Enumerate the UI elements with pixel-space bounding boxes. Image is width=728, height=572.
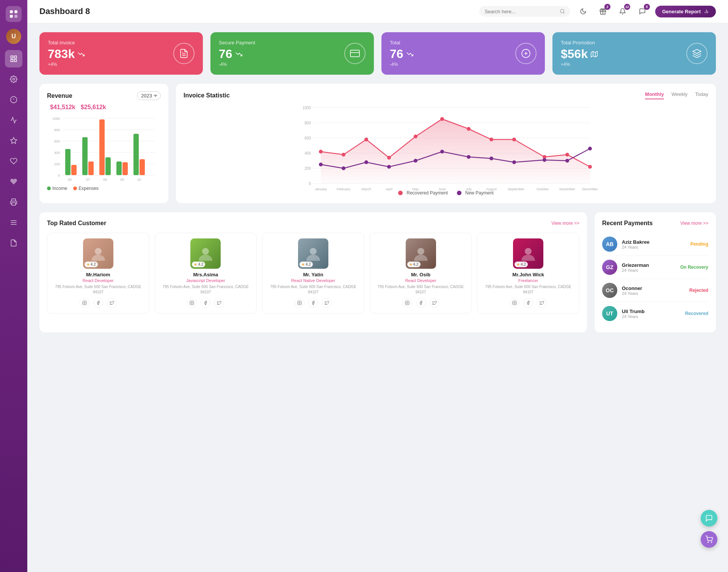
- instagram-icon-0[interactable]: [80, 298, 89, 308]
- sidebar-item-liked2[interactable]: [5, 173, 22, 190]
- payment-age-3: 24 Years: [622, 314, 681, 319]
- top-customers-card: Top Rated Customer View more >> ★ 4.2: [39, 212, 587, 332]
- search-container[interactable]: [479, 6, 570, 17]
- instagram-icon-3[interactable]: [402, 298, 412, 308]
- payment-status-1: On Recovery: [680, 265, 708, 270]
- facebook-icon-1[interactable]: [201, 298, 210, 308]
- stat-icon-payment: [344, 43, 366, 64]
- bell-icon-btn[interactable]: 12: [616, 5, 629, 18]
- svg-marker-12: [11, 138, 17, 144]
- facebook-icon-4[interactable]: [523, 298, 533, 308]
- customer-name-3: Mr. Osib: [374, 272, 468, 277]
- svg-point-96: [588, 147, 592, 150]
- gift-badge: 2: [604, 4, 610, 10]
- avatar[interactable]: U: [6, 29, 21, 44]
- page-title: Dashboard 8: [39, 6, 473, 16]
- customer-card-0: ★ 4.2 Mr.Hariom React Developer 795 Fols…: [47, 233, 149, 313]
- svg-point-95: [565, 159, 569, 163]
- sidebar-item-reports[interactable]: [5, 234, 22, 252]
- sidebar-item-menu[interactable]: [5, 214, 22, 231]
- generate-report-button[interactable]: Generate Report: [655, 6, 716, 17]
- svg-text:1000: 1000: [303, 106, 311, 110]
- sidebar-item-settings[interactable]: [5, 71, 22, 88]
- svg-rect-3: [14, 15, 17, 18]
- year-select[interactable]: 2023 2022 2021: [137, 91, 161, 100]
- twitter-icon-4[interactable]: [537, 298, 547, 308]
- customer-name-2: Mr. Yatin: [266, 272, 360, 277]
- customer-avatar-1: ★ 4.2: [190, 238, 221, 269]
- customer-name-0: Mr.Hariom: [51, 272, 145, 277]
- payment-avatar-1: GZ: [602, 260, 617, 275]
- svg-point-8: [13, 78, 15, 80]
- payment-item-3: UT Uli Trumb 24 Years Recovered: [602, 302, 708, 325]
- instagram-icon-1[interactable]: [187, 298, 197, 308]
- stat-trend-promotion: +4%: [561, 62, 598, 67]
- svg-text:October: October: [537, 187, 549, 191]
- svg-point-94: [543, 158, 546, 162]
- sidebar-logo[interactable]: [6, 6, 22, 22]
- customer-social-4: [481, 298, 575, 308]
- float-chat-button[interactable]: [701, 510, 717, 527]
- sidebar-item-liked[interactable]: [5, 152, 22, 170]
- payment-age-1: 24 Years: [622, 268, 676, 273]
- svg-text:06: 06: [68, 178, 72, 182]
- sidebar-item-analytics[interactable]: [5, 111, 22, 129]
- svg-point-17: [560, 9, 564, 13]
- svg-point-80: [490, 138, 493, 141]
- float-cart-button[interactable]: [701, 531, 717, 548]
- twitter-icon-0[interactable]: [107, 298, 117, 308]
- payment-avatar-3: UT: [602, 306, 617, 321]
- facebook-icon-0[interactable]: [93, 298, 103, 308]
- svg-point-76: [387, 156, 391, 160]
- theme-toggle[interactable]: [576, 5, 590, 18]
- stat-trend-invoice: +4%: [48, 62, 85, 67]
- tab-monthly[interactable]: Monthly: [645, 91, 664, 99]
- tab-weekly[interactable]: Weekly: [672, 91, 687, 99]
- svg-point-83: [565, 153, 569, 157]
- search-input[interactable]: [485, 9, 557, 14]
- stat-card-payment: Secure Payment 76 -4%: [210, 32, 374, 75]
- customers-grid: ★ 4.2 Mr.Hariom React Developer 795 Fols…: [47, 233, 579, 313]
- sidebar-item-print[interactable]: [5, 193, 22, 211]
- tab-today[interactable]: Today: [695, 91, 708, 99]
- svg-text:10: 10: [137, 178, 141, 182]
- twitter-icon-1[interactable]: [214, 298, 224, 308]
- twitter-icon-2[interactable]: [322, 298, 332, 308]
- twitter-icon-3[interactable]: [430, 298, 439, 308]
- svg-point-84: [588, 165, 592, 169]
- main-content: Dashboard 8 2 12 5 Generate Report: [27, 0, 728, 572]
- payment-info-1: Griezerman 24 Years: [622, 262, 676, 273]
- revenue-legend: Income Expenses: [47, 186, 161, 191]
- instagram-icon-2[interactable]: [295, 298, 304, 308]
- facebook-icon-3[interactable]: [416, 298, 426, 308]
- svg-rect-1: [14, 10, 17, 13]
- svg-rect-45: [65, 149, 71, 175]
- svg-point-90: [440, 150, 444, 154]
- customer-card-2: ★ 4.2 Mr. Yatin React Native Developer 7…: [262, 233, 364, 313]
- stat-icon-invoice: [173, 43, 195, 64]
- payment-status-0: Pending: [690, 241, 708, 247]
- chat-icon-btn[interactable]: 5: [635, 5, 649, 18]
- customer-social-2: [266, 298, 360, 308]
- customer-social-3: [374, 298, 468, 308]
- facebook-icon-2[interactable]: [308, 298, 318, 308]
- sidebar-item-favorites[interactable]: [5, 132, 22, 149]
- customer-avatar-0: ★ 4.2: [83, 238, 113, 269]
- rating-badge-1: ★ 4.2: [192, 262, 205, 267]
- sidebar-item-dashboard[interactable]: [5, 50, 22, 67]
- svg-text:July: July: [466, 187, 472, 191]
- sidebar-item-info[interactable]: [5, 91, 22, 108]
- customers-view-more[interactable]: View more >>: [551, 221, 579, 226]
- instagram-icon-4[interactable]: [510, 298, 519, 308]
- svg-point-81: [512, 138, 516, 141]
- svg-text:200: 200: [54, 162, 60, 166]
- svg-rect-52: [122, 162, 128, 175]
- svg-text:800: 800: [54, 128, 60, 132]
- payment-info-3: Uli Trumb 24 Years: [622, 309, 681, 319]
- svg-text:200: 200: [304, 166, 311, 171]
- svg-text:November: November: [559, 187, 575, 191]
- payments-title: Recent Payments: [602, 220, 653, 227]
- gift-icon-btn[interactable]: 2: [596, 5, 610, 18]
- svg-rect-46: [71, 165, 77, 175]
- payments-view-more[interactable]: View more >>: [680, 221, 708, 226]
